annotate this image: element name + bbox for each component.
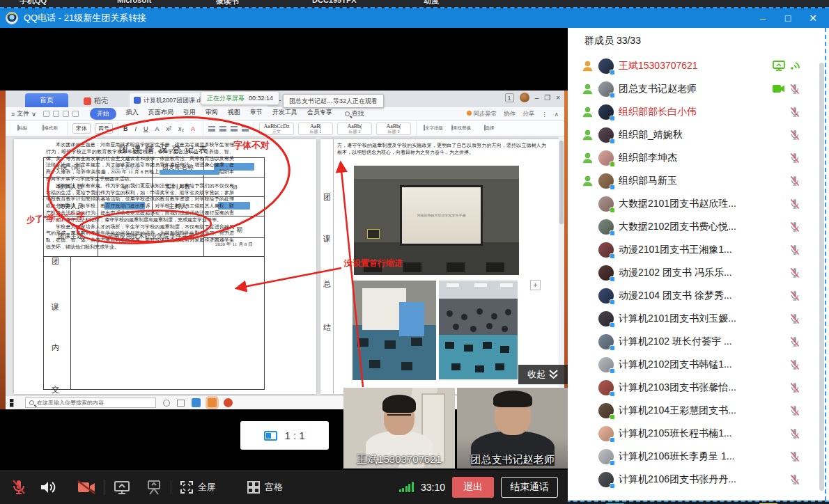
speaker-button[interactable] bbox=[39, 480, 56, 495]
ribbon-tab-home[interactable]: 开始 bbox=[90, 108, 116, 120]
wps-tab-docer[interactable]: 稻壳 bbox=[84, 96, 108, 106]
avatar bbox=[598, 472, 614, 487]
member-row[interactable]: 组织部部长白小伟 bbox=[568, 100, 829, 123]
collapse-thumbnails-button[interactable]: 收起 bbox=[518, 365, 568, 384]
member-row[interactable]: 组织部李坤杰 bbox=[568, 146, 829, 169]
end-call-button[interactable]: 结束通话 bbox=[501, 477, 558, 498]
member-row[interactable]: 动漫2101团支书王湘豫1... bbox=[568, 238, 829, 261]
member-row[interactable]: 计算机2106班长李勇呈 1... bbox=[568, 445, 829, 468]
whiteboard-share-button[interactable] bbox=[146, 480, 162, 495]
member-row[interactable]: 组织部_靖婉秋 bbox=[568, 123, 829, 146]
taskbar-app-icon[interactable] bbox=[224, 398, 233, 407]
wps-tab-home[interactable]: 首页 bbox=[25, 93, 68, 107]
minimize-button[interactable]: – bbox=[752, 10, 773, 26]
member-row[interactable]: 计算机2105班长程书楠1... bbox=[568, 422, 829, 445]
quick-access-icons[interactable] bbox=[43, 111, 79, 117]
member-row[interactable]: 计算机2101团支书刘玉媛... bbox=[568, 307, 829, 330]
member-row[interactable]: 动漫2104 团支书 徐梦秀... bbox=[568, 284, 829, 307]
ribbon-tab-review[interactable]: 审阅 bbox=[206, 108, 218, 120]
task-view-icon[interactable] bbox=[177, 400, 185, 407]
ribbon-tab-view[interactable]: 视图 bbox=[228, 108, 240, 120]
presence-person-icon bbox=[582, 60, 594, 72]
paragraph-buttons[interactable] bbox=[203, 121, 254, 136]
monitor-icon bbox=[264, 431, 277, 441]
style-normal[interactable]: AaBbCcDz 正文 bbox=[259, 123, 294, 135]
maximize-button[interactable]: □ bbox=[777, 10, 798, 26]
ribbon-tab-section[interactable]: 章节 bbox=[250, 108, 263, 120]
screen: 手机QQ Microsoft 微读书 DCC195TPX 动度 QQ电话 - 2… bbox=[0, 0, 829, 504]
ribbon-tab-insert[interactable]: 插入 bbox=[126, 108, 139, 120]
presence-person-icon bbox=[582, 106, 594, 118]
member-mic-muted-icon bbox=[790, 152, 800, 164]
taskbar-app-icon[interactable] bbox=[192, 398, 201, 407]
member-row[interactable]: 大数据2101团支书赵欣珄... bbox=[568, 192, 829, 215]
zoom-in-page-button[interactable]: + bbox=[530, 280, 541, 290]
row-label-char: 课 bbox=[52, 302, 59, 313]
style-heading2[interactable]: AaBb( 标题 2 bbox=[337, 123, 372, 135]
video-thumbnail-wangbin[interactable]: 王斌15303707621 bbox=[343, 388, 455, 468]
font-format-buttons[interactable]: B I U A x² x₂ A bbox=[118, 121, 203, 136]
ribbon-tab-dev[interactable]: 开发工具 bbox=[272, 108, 297, 120]
style-heading3[interactable]: AaBb( 标题 3 bbox=[376, 123, 411, 135]
member-mic-muted-icon bbox=[790, 313, 800, 324]
member-row[interactable]: 计算机2103团支书张馨怡... bbox=[568, 376, 829, 399]
font-name-select[interactable]: 宋体 bbox=[72, 123, 91, 134]
cortana-icon[interactable] bbox=[163, 400, 170, 407]
wall-speaker bbox=[367, 229, 380, 239]
document-body-text: 本次团课的主题是：河南应用技术职业学院学生手册，这是为了规范本校学生管理行为，维… bbox=[46, 142, 234, 251]
ribbon-tab-layout[interactable]: 页面布局 bbox=[148, 108, 173, 120]
member-row[interactable]: 动漫2102 团支书 冯乐乐... bbox=[568, 261, 829, 284]
taskbar-search-box[interactable]: 在这里输入你要搜索的内容 bbox=[25, 397, 156, 408]
start-button-icon[interactable] bbox=[10, 399, 18, 407]
grid-view-button[interactable]: 宫格 bbox=[247, 480, 283, 494]
desktop-edge-left bbox=[0, 90, 6, 409]
wps-close-icon[interactable]: × bbox=[556, 94, 560, 102]
ribbon-tab-references[interactable]: 引用 bbox=[183, 108, 196, 120]
member-row[interactable]: 计算机2102 班长付荟宇 ... bbox=[568, 330, 829, 353]
screen-share-button[interactable] bbox=[114, 480, 130, 495]
font-size-select[interactable]: 四号 bbox=[95, 123, 113, 134]
member-row[interactable]: 计算机2102团支书韩锰1... bbox=[568, 353, 829, 376]
collaborate-button[interactable]: 协作 bbox=[504, 110, 516, 118]
fold-ribbon-icon[interactable]: ∧ bbox=[555, 111, 559, 118]
member-row[interactable]: 王斌15303707621 bbox=[568, 54, 829, 77]
more-icon[interactable]: ⋮ bbox=[541, 111, 548, 118]
member-row[interactable]: 团总支书记赵老师 bbox=[568, 77, 829, 100]
document-page-2: 方，遵守学校的规章制度及学校的实施政策，更明白了自己以后努力的方向，坚持以立德树… bbox=[320, 139, 559, 394]
wps-minimize-icon[interactable]: – bbox=[535, 94, 539, 102]
sync-status[interactable]: 同步异常 bbox=[467, 110, 497, 118]
select-button[interactable]: 选择 bbox=[477, 125, 501, 132]
call-toolbar: 全屏 宫格 bbox=[0, 470, 568, 504]
avatar bbox=[598, 311, 614, 326]
find-replace-button[interactable]: 查找替换 bbox=[449, 125, 473, 132]
taskbar-app-icon-active[interactable] bbox=[208, 398, 217, 407]
format-painter-button[interactable]: 格式刷 bbox=[38, 125, 62, 132]
member-row[interactable]: 计算机2104王彩慧团支书... bbox=[568, 399, 829, 422]
share-button[interactable]: 分享 bbox=[522, 110, 534, 118]
camera-off-button[interactable] bbox=[77, 480, 96, 495]
document-scrollbar[interactable] bbox=[559, 136, 564, 395]
thumbnail-name: 王斌15303707621 bbox=[343, 453, 455, 466]
row-label-char: 结 bbox=[323, 322, 331, 333]
microphone-muted-button[interactable] bbox=[11, 479, 26, 496]
member-row[interactable]: 计算机2106团支书张丹丹... bbox=[568, 468, 829, 491]
ratio-1-1-button[interactable]: 1 : 1 bbox=[240, 421, 329, 450]
find-button[interactable]: 查找 bbox=[345, 109, 364, 118]
text-layout-button[interactable]: 文字排版 bbox=[421, 125, 445, 132]
close-button[interactable]: ✕ bbox=[803, 10, 823, 26]
fullscreen-button[interactable]: 全屏 bbox=[180, 480, 216, 494]
sidebar-scrollbar[interactable] bbox=[819, 63, 824, 491]
wps-restore-icon[interactable]: ❐ bbox=[544, 94, 550, 102]
exit-button[interactable]: 退出 bbox=[452, 477, 494, 498]
member-row[interactable]: 大数据2102团支书费心悦... bbox=[568, 215, 829, 238]
table-body-cell bbox=[43, 256, 265, 390]
ribbon-tab-member[interactable]: 会员专享 bbox=[307, 108, 332, 120]
style-heading1[interactable]: AaB| 标题 1 bbox=[298, 123, 333, 135]
qq-video-logo-icon bbox=[6, 12, 18, 24]
paste-button[interactable]: 粘贴 bbox=[10, 125, 34, 132]
file-menu[interactable]: ≡ 文件 ∨ bbox=[11, 109, 36, 118]
network-signal-icon bbox=[399, 482, 414, 492]
document-area[interactable]: 团课情况登记表 学院（部） 信息工程学院 团支部名称 应到人数 bbox=[6, 136, 564, 395]
member-row[interactable]: 组织部马新玉 bbox=[568, 169, 829, 192]
video-thumbnail-teacher[interactable]: 团总支书记赵老师 bbox=[457, 388, 568, 468]
